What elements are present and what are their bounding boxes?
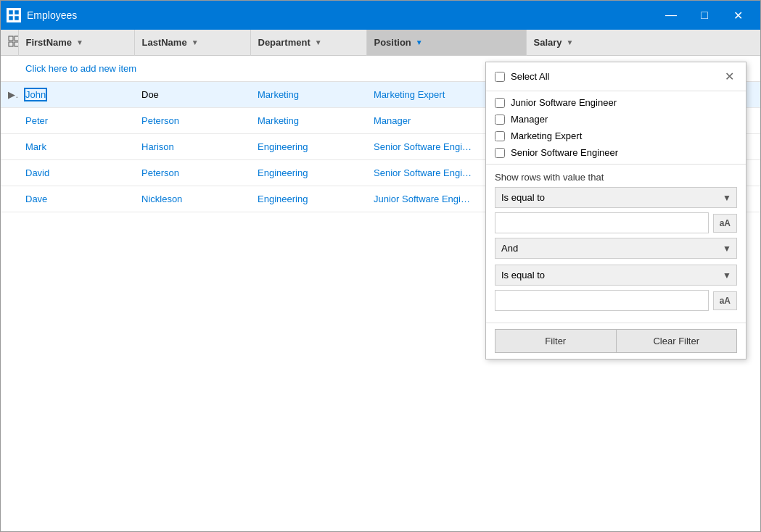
cell-lastname: Peterson [134, 108, 250, 134]
svg-rect-5 [15, 36, 18, 41]
expand-cell[interactable] [1, 186, 18, 212]
col-header-firstname[interactable]: FirstName ▼ [18, 30, 134, 56]
col-header-lastname[interactable]: LastName ▼ [134, 30, 250, 56]
checkbox-item-manager[interactable]: Manager [486, 111, 746, 128]
operator1-wrapper: Is equal to Is not equal to Contains Doe… [495, 187, 737, 208]
col-header-position[interactable]: Position ▼ [366, 30, 526, 56]
label-junior: Junior Software Engineer [511, 97, 617, 108]
checkbox-item-junior[interactable]: Junior Software Engineer [486, 94, 746, 111]
checkbox-marketing[interactable] [495, 131, 505, 141]
svg-rect-1 [15, 10, 19, 14]
select-all-label: Select All [511, 71, 549, 82]
filter-header: Select All ✕ [486, 62, 746, 91]
filter-actions: Filter Clear Filter [486, 323, 746, 359]
filter-button[interactable]: Filter [495, 329, 617, 353]
checkbox-list: Junior Software Engineer Manager Marketi… [486, 91, 746, 165]
operator2-select[interactable]: Is equal to Is not equal to Contains Doe… [495, 265, 737, 286]
col-position-label: Position [374, 37, 411, 48]
cell-lastname: Nickleson [134, 186, 250, 212]
app-icon [7, 8, 21, 22]
window-controls: — □ ✕ [654, 1, 754, 30]
checkbox-manager[interactable] [495, 115, 505, 125]
cell-firstname[interactable]: Dave [18, 186, 134, 212]
col-firstname-label: FirstName [26, 37, 73, 48]
cell-firstname[interactable]: David [18, 160, 134, 186]
title-bar: Employees — □ ✕ [1, 1, 760, 30]
cell-department: Engineering [250, 160, 366, 186]
operator2-row: Is equal to Is not equal to Contains Doe… [495, 265, 737, 286]
cell-department: Engineering [250, 134, 366, 160]
table-header-row: FirstName ▼ LastName ▼ D [1, 30, 760, 56]
filter-input-1[interactable] [495, 212, 709, 233]
expand-cell[interactable] [1, 160, 18, 186]
col-lastname-label: LastName [142, 37, 187, 48]
input1-row: aA [495, 212, 737, 233]
label-senior: Senior Software Engineer [511, 147, 618, 158]
minimize-button[interactable]: — [654, 1, 688, 30]
aa-button-2[interactable]: aA [713, 291, 737, 310]
aa-button-1[interactable]: aA [713, 214, 737, 233]
expand-cell[interactable] [1, 108, 18, 134]
cell-lastname: Harison [134, 134, 250, 160]
select-all-checkbox[interactable] [495, 72, 505, 82]
expand-cell[interactable]: ▶ [1, 82, 18, 108]
svg-rect-0 [9, 10, 13, 14]
operator1-row: Is equal to Is not equal to Contains Doe… [495, 187, 737, 208]
checkbox-senior[interactable] [495, 148, 505, 158]
add-row-expand-cell [1, 56, 18, 82]
col-department-label: Department [258, 37, 310, 48]
svg-rect-4 [9, 36, 13, 41]
department-filter-icon[interactable]: ▼ [315, 38, 322, 46]
col-header-department[interactable]: Department ▼ [250, 30, 366, 56]
window-title: Employees [27, 9, 654, 21]
connector-row: And Or ▼ [495, 238, 737, 259]
close-button[interactable]: ✕ [721, 1, 754, 30]
operator1-select[interactable]: Is equal to Is not equal to Contains Doe… [495, 187, 737, 208]
filter-condition: Show rows with value that Is equal to Is… [486, 165, 746, 323]
cell-lastname: Peterson [134, 160, 250, 186]
svg-rect-2 [9, 16, 13, 20]
main-window: Employees — □ ✕ [0, 0, 761, 532]
connector-wrapper: And Or ▼ [495, 238, 737, 259]
expand-col-header [1, 30, 18, 56]
cell-department: Engineering [250, 186, 366, 212]
cell-department: Marketing [250, 82, 366, 108]
add-new-label[interactable]: Click here to add new item [25, 63, 136, 74]
clear-filter-button[interactable]: Clear Filter [617, 329, 738, 353]
checkbox-junior[interactable] [495, 98, 505, 108]
label-marketing: Marketing Expert [511, 130, 582, 141]
checkbox-item-marketing[interactable]: Marketing Expert [486, 128, 746, 144]
filter-close-button[interactable]: ✕ [722, 68, 737, 85]
select-all-item[interactable]: Select All [495, 71, 549, 82]
checkbox-item-senior[interactable]: Senior Software Engineer [486, 144, 746, 161]
label-manager: Manager [511, 114, 548, 125]
position-filter-icon[interactable]: ▼ [416, 38, 423, 46]
maximize-button[interactable]: □ [688, 1, 721, 30]
filter-popup: Select All ✕ Junior Software Engineer Ma… [485, 62, 746, 359]
cell-john[interactable]: John [25, 89, 46, 100]
firstname-filter-icon[interactable]: ▼ [76, 38, 83, 46]
content-area: FirstName ▼ LastName ▼ D [1, 30, 760, 531]
condition-label: Show rows with value that [495, 172, 737, 183]
connector-select[interactable]: And Or [495, 238, 737, 259]
col-header-salary[interactable]: Salary ▼ [526, 30, 760, 56]
filter-input-2[interactable] [495, 290, 709, 311]
cell-firstname[interactable]: Peter [18, 108, 134, 134]
cell-lastname: Doe [134, 82, 250, 108]
svg-rect-6 [9, 42, 13, 46]
salary-filter-icon[interactable]: ▼ [567, 38, 574, 46]
cell-firstname[interactable]: Mark [18, 134, 134, 160]
svg-rect-7 [15, 42, 18, 46]
cell-firstname[interactable]: John [18, 82, 134, 108]
lastname-filter-icon[interactable]: ▼ [192, 38, 199, 46]
svg-rect-3 [15, 16, 19, 20]
expand-cell[interactable] [1, 134, 18, 160]
col-salary-label: Salary [534, 37, 562, 48]
input2-row: aA [495, 290, 737, 311]
cell-department: Marketing [250, 108, 366, 134]
operator2-wrapper: Is equal to Is not equal to Contains Doe… [495, 265, 737, 286]
